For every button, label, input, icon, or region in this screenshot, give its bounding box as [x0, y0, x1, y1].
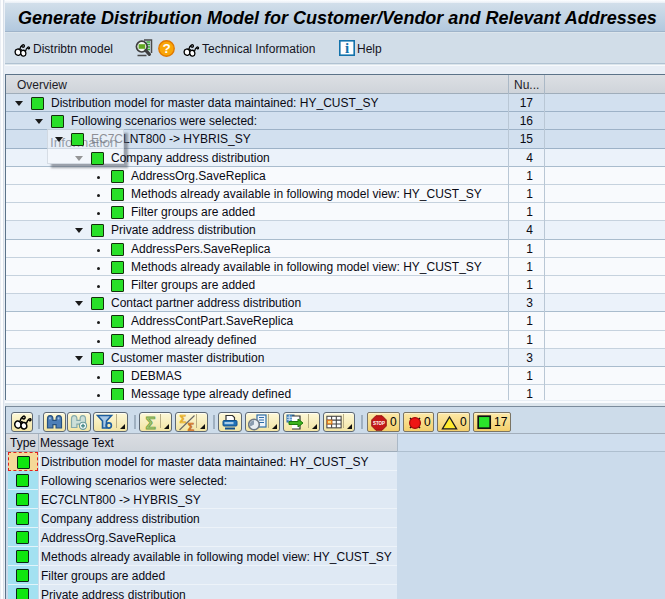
svg-text:Σ: Σ [188, 421, 194, 432]
svg-text:Σ: Σ [145, 414, 155, 431]
svg-text:?: ? [162, 41, 170, 56]
svg-text:i: i [345, 40, 349, 56]
svg-text:STOP: STOP [373, 420, 385, 425]
svg-text:Σ: Σ [180, 414, 186, 425]
